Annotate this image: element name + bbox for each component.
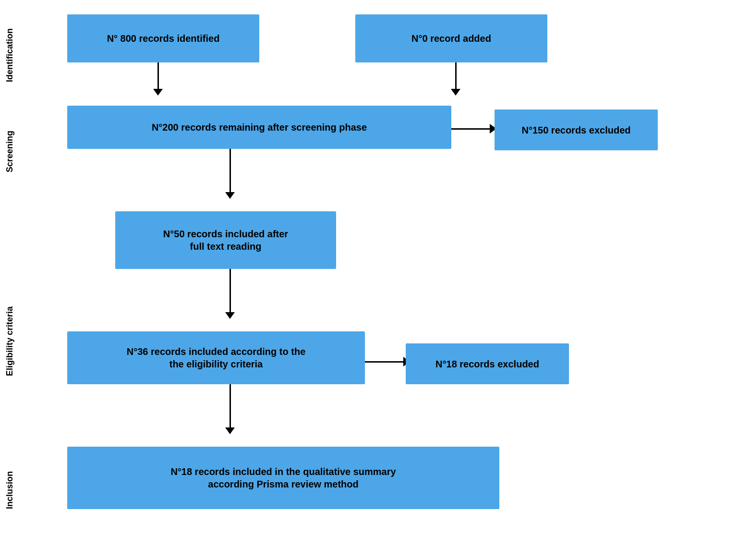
box-record-added: N°0 record added <box>355 14 547 62</box>
label-screening: Screening <box>5 110 15 192</box>
arrow-down-3 <box>225 149 235 199</box>
arrow-down-4 <box>225 269 235 319</box>
label-inclusion: Inclusion <box>5 442 15 538</box>
labels-column: Identification Screening Eligibility cri… <box>0 0 43 560</box>
arrow-down-2 <box>451 62 460 96</box>
arrow-down-1 <box>153 62 163 96</box>
label-eligibility: Eligibility criteria <box>5 288 15 394</box>
arrow-right-2 <box>365 357 410 366</box>
box-excluded-18: N°18 records excluded <box>406 343 569 384</box>
box-remaining-screening: N°200 records remaining after screening … <box>67 106 451 149</box>
label-identification: Identification <box>5 14 15 96</box>
box-excluded-150: N°150 records excluded <box>495 110 658 150</box>
flow-area: N° 800 records identified N°0 record add… <box>43 0 737 560</box>
box-records-identified: N° 800 records identified <box>67 14 259 62</box>
box-included-eligibility: N°36 records included according to the t… <box>67 331 365 384</box>
box-included-fulltext: N°50 records included after full text re… <box>115 211 336 269</box>
arrow-down-5 <box>225 384 235 434</box>
box-included-qualitative: N°18 records included in the qualitative… <box>67 447 499 509</box>
arrow-right-1 <box>451 124 496 134</box>
diagram-container: Identification Screening Eligibility cri… <box>0 0 737 560</box>
